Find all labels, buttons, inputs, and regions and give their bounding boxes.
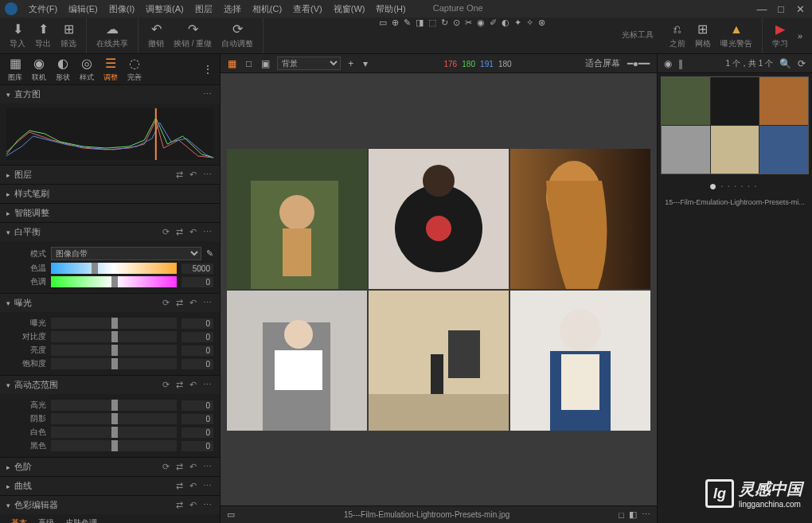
maximize-button[interactable]: □ [774, 3, 788, 15]
status-prev-icon[interactable]: ▭ [227, 509, 235, 520]
menu-adjust[interactable]: 调整项(A) [141, 2, 189, 17]
menu-camera[interactable]: 相机(C) [248, 2, 287, 17]
cursor-tool-11[interactable]: ✦ [514, 18, 521, 28]
zoom-slider-icon[interactable]: ━●━━ [625, 57, 652, 71]
cursor-tool-8[interactable]: ◉ [477, 18, 485, 28]
status-more-icon[interactable]: ⋯ [642, 509, 650, 520]
fit-label[interactable]: 适合屏幕 [585, 57, 620, 69]
menu-file[interactable]: 文件(F) [24, 2, 62, 17]
coloredit-tab-advanced[interactable]: 高级 [33, 516, 59, 523]
panel-layers-head[interactable]: ▸图层⇄↶⋯ [0, 166, 220, 184]
menu-window[interactable]: 视窗(W) [329, 2, 370, 17]
menu-select[interactable]: 选择 [219, 2, 246, 17]
status-square-icon[interactable]: □ [619, 510, 624, 520]
eye-icon[interactable]: ◉ [664, 58, 672, 69]
cursor-tool-5[interactable]: ↻ [441, 18, 448, 28]
tab-refine[interactable]: ◌完善 [123, 54, 146, 84]
shadow-slider[interactable] [51, 413, 177, 424]
learn-button[interactable]: ▶学习 [769, 20, 791, 51]
export-button[interactable]: ⬆导出 [32, 20, 54, 51]
reload-icon[interactable]: ⟳ [798, 58, 806, 69]
cursor-tool-7[interactable]: ✂ [465, 18, 472, 28]
exposure-slider[interactable] [51, 318, 177, 329]
panel-histogram-head[interactable]: ▾直方图⋯ [0, 85, 220, 103]
image-viewer[interactable] [221, 73, 657, 505]
share-button[interactable]: ☁在线共享 [93, 20, 131, 51]
contrast-slider[interactable] [51, 331, 177, 342]
panel-levels-head[interactable]: ▸色阶⟳⇄↶⋯ [0, 458, 220, 476]
search-icon[interactable]: 🔍 [779, 58, 791, 69]
cursor-tool-0[interactable]: ▭ [379, 18, 387, 28]
cursor-tool-9[interactable]: ✐ [490, 18, 497, 28]
minimize-button[interactable]: — [755, 3, 769, 15]
saturation-slider[interactable] [51, 358, 177, 369]
cursor-tool-13[interactable]: ⊗ [538, 18, 545, 28]
autoadjust-button[interactable]: ⟳自动调整 [218, 20, 256, 51]
cursor-tool-1[interactable]: ⊕ [392, 18, 399, 28]
wb-tint-slider[interactable] [51, 276, 177, 287]
wb-mode-select[interactable]: 图像自带 [51, 247, 201, 260]
import-button[interactable]: ⬇导入 [6, 20, 29, 51]
coloredit-tab-basic[interactable]: 基本 [6, 516, 32, 523]
panel-stylebrush-head[interactable]: ▸样式笔刷 [0, 185, 220, 203]
panel-exposure-head[interactable]: ▾曝光⟳⇄↶⋯ [0, 294, 220, 312]
undo-button[interactable]: ↶撤销 [145, 20, 167, 51]
add-icon[interactable]: + [345, 57, 356, 71]
dropdown-icon[interactable]: ▾ [361, 57, 370, 71]
exposure-warn-button[interactable]: ▲曝光警告 [717, 21, 755, 51]
cursor-tool-4[interactable]: ⬚ [428, 18, 436, 28]
grid-button[interactable]: ⊞网格 [692, 20, 714, 51]
bg-select[interactable]: 背景 [277, 57, 341, 70]
menu-view[interactable]: 查看(V) [288, 2, 327, 17]
close-button[interactable]: ✕ [793, 3, 807, 15]
panel-more-icon[interactable]: ⋯ [201, 89, 213, 100]
filter-button[interactable]: ⊞筛选 [57, 20, 80, 51]
menu-image[interactable]: 图像(I) [104, 2, 139, 17]
menu-help[interactable]: 帮助(H) [371, 2, 410, 17]
wb-picker-icon[interactable]: ✎ [206, 248, 213, 259]
cursor-tool-12[interactable]: ✧ [526, 18, 533, 28]
highlight-slider[interactable] [51, 400, 177, 411]
svg-rect-14 [275, 350, 322, 390]
panel-curve-head[interactable]: ▸曲线⇄↶⋯ [0, 477, 220, 495]
redo-button[interactable]: ↷挨销 / 重做 [170, 20, 215, 51]
menu-layer[interactable]: 图层 [190, 2, 217, 17]
white-slider[interactable] [51, 427, 177, 438]
status-bar: ▭ 15---Film-Emulation-Lightroom-Presets-… [221, 505, 657, 523]
menu-edit[interactable]: 编辑(E) [64, 2, 103, 17]
tab-shape[interactable]: ◐形状 [51, 54, 75, 84]
panel-smartadj-head[interactable]: ▸智能调整 [0, 204, 220, 222]
wb-temp-value[interactable]: 5000 [182, 263, 213, 274]
cursor-tool-6[interactable]: ⊙ [453, 18, 460, 28]
brightness-slider[interactable] [51, 345, 177, 356]
before-button[interactable]: ⎌之前 [666, 21, 689, 51]
tab-library[interactable]: ▦图库 [3, 54, 27, 84]
panel-histogram: ▾直方图⋯ [0, 85, 220, 166]
viewer-toolbar: ▦ □ ▣ 背景 + ▾ 176 180 191 180 适合屏幕 ━●━━ [221, 54, 657, 73]
browser-panel: ◉ ‖ 1 个，共 1 个 🔍 ⟳ ●······ 15---Film-Emul… [657, 54, 812, 523]
browser-thumbnail[interactable] [661, 76, 809, 174]
more-icon[interactable]: » [794, 28, 806, 44]
svg-rect-18 [431, 354, 443, 394]
browser-pager: ●······ [661, 174, 809, 198]
panel-coloreditor: ▾色彩编辑器⇄↶⋯ 基本 高级 皮肤色调 [0, 496, 220, 523]
view-multi-icon[interactable]: ▣ [259, 57, 272, 71]
wb-tint-value[interactable]: 0 [182, 277, 213, 287]
tab-adjust[interactable]: ☰调整 [99, 54, 123, 84]
black-slider[interactable] [51, 440, 177, 451]
view-grid-icon[interactable]: ▦ [225, 57, 239, 71]
cursor-tool-2[interactable]: ✎ [404, 18, 411, 28]
tab-style[interactable]: ◎样式 [75, 54, 99, 84]
view-single-icon[interactable]: □ [244, 57, 254, 71]
wb-temp-slider[interactable] [51, 263, 177, 274]
coloredit-tab-skin[interactable]: 皮肤色调 [61, 516, 102, 523]
tool-tabs-more[interactable]: ⋮ [199, 60, 217, 79]
pause-icon[interactable]: ‖ [678, 58, 683, 69]
cursor-tool-3[interactable]: ◨ [416, 18, 424, 28]
cursor-tool-10[interactable]: ◐ [502, 18, 509, 28]
panel-wb-head[interactable]: ▾白平衡⟳⇄↶⋯ [0, 223, 220, 241]
panel-coloreditor-head[interactable]: ▾色彩编辑器⇄↶⋯ [0, 496, 220, 514]
status-label-icon[interactable]: ◧ [629, 509, 637, 520]
panel-hdr-head[interactable]: ▾高动态范围⟳⇄↶⋯ [0, 376, 220, 394]
tab-tether[interactable]: ◉联机 [27, 54, 51, 84]
